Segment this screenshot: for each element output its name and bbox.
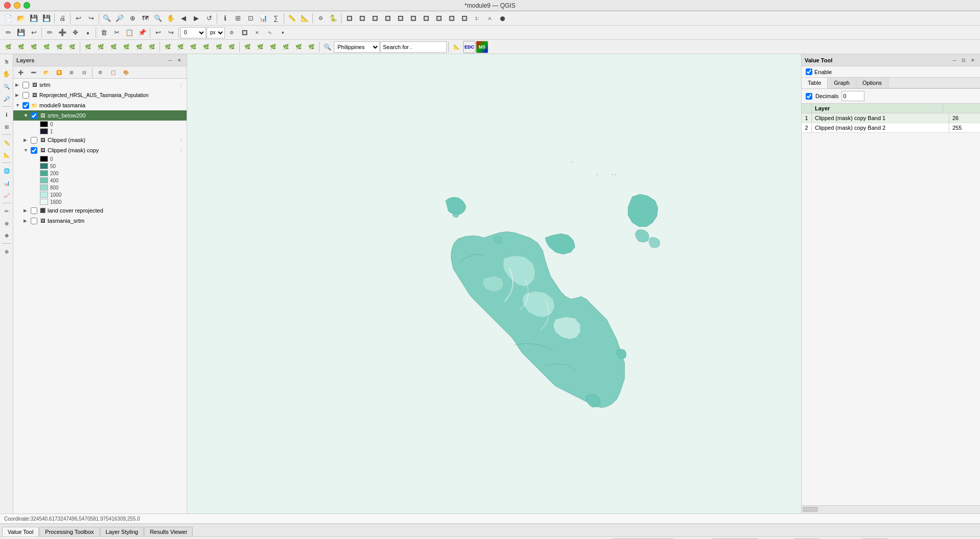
plugin-btn-9[interactable]: 🔲 [445,12,458,25]
plugin-row3-btn-19[interactable]: 🌿 [241,41,254,53]
edit-pencil-btn[interactable]: ✏ [2,27,14,39]
pan-map-btn[interactable]: ✋ [1,68,12,80]
expand-all-btn[interactable]: ⊞ [65,66,78,79]
collapse-all-btn[interactable]: ⊟ [78,66,90,79]
identify-button[interactable]: ℹ [219,12,231,25]
save-button[interactable]: 💾 [28,12,40,25]
deselect-button[interactable]: ⊡ [244,12,257,25]
plugin-row3-btn-23[interactable]: 🌿 [292,41,305,53]
measure-line-btn[interactable]: 📏 [1,137,12,148]
plugin-row3-btn-15[interactable]: 🌿 [187,41,199,53]
copy-feature-btn[interactable]: 📋 [123,27,135,39]
vt-close-btn[interactable]: ✕ [969,56,977,64]
zoom-out-button[interactable]: 🔎 [113,12,126,25]
zoom-in-button[interactable]: 🔍 [101,12,113,25]
move-lt-btn[interactable]: ✥ [1,230,12,241]
enable-checkbox[interactable] [806,68,812,75]
expand-reprojected[interactable]: ▶ [15,92,21,98]
plugin-row3-btn-2[interactable]: 🌿 [15,41,27,53]
digitize-btn[interactable]: ✏ [43,27,56,39]
paste-feature-btn[interactable]: 📌 [136,27,148,39]
plugin-btn-11[interactable]: 1: [471,12,483,25]
bottom-tab-value-tool[interactable]: Value Tool [2,527,39,536]
plugin-row3-btn-20[interactable]: 🌿 [254,41,266,53]
edit-rollback-btn[interactable]: ↩ [28,27,40,39]
pan-button[interactable]: ✋ [165,12,177,25]
plugin-row3-btn-6[interactable]: 🌿 [66,41,78,53]
close-button[interactable] [4,2,11,9]
delete-feature-btn[interactable]: 🗑 [98,27,110,39]
expand-tasmania-srtm[interactable]: ▶ [24,218,30,223]
snap-more-btn[interactable]: ▾ [277,27,289,39]
plugin-btn-8[interactable]: 🔲 [432,12,445,25]
layer-item-clipped-mask-copy[interactable]: ▼ 🖼 Clipped (mask) copy ⋮ [13,145,187,155]
plugin-btn-5[interactable]: 🔲 [394,12,406,25]
expand-module9[interactable]: ▼ [15,103,21,108]
layer-item-land-cover[interactable]: ▶ ⬛ land cover reprojected [13,205,187,216]
snap-size-input[interactable]: 0 [180,27,206,38]
node-tool-btn[interactable]: ⬧ [82,27,94,39]
crosshair-btn[interactable]: ⊕ [1,246,12,257]
checkbox-land-cover[interactable] [31,207,37,214]
vt-horizontal-scrollbar[interactable] [802,505,980,513]
vt-float-btn[interactable]: ⊡ [960,56,968,64]
redo-button[interactable]: ↪ [85,12,97,25]
locator-search-input[interactable] [380,41,447,53]
plugin-row3-btn-7[interactable]: 🌿 [82,41,94,53]
select-rect-btn[interactable]: ⊞ [1,121,12,132]
checkbox-reprojected[interactable] [22,92,29,99]
zoom-in-map-btn[interactable]: 🔍 [1,81,12,92]
python-button[interactable]: 🐍 [327,12,339,25]
plugin-btn-2[interactable]: 🔲 [356,12,368,25]
vt-scroll-thumb[interactable] [803,507,818,512]
plugin-row3-btn-4[interactable]: 🌿 [40,41,53,53]
cut-feature-btn[interactable]: ✂ [110,27,123,39]
plugin-row3-btn-24[interactable]: 🌿 [305,41,317,53]
layer-notes-btn[interactable]: 📋 [107,66,119,79]
plugin-row3-btn-8[interactable]: 🌿 [95,41,107,53]
tab-table[interactable]: Table [802,78,828,88]
expand-srtm-below200[interactable]: ▼ [24,113,30,118]
checkbox-srtm[interactable] [22,82,29,88]
layers-minimize-btn[interactable]: ─ [166,56,174,64]
statistics-button[interactable]: ∑ [270,12,282,25]
plugin-btn-3[interactable]: 🔲 [369,12,381,25]
checkbox-clipped-mask[interactable] [31,137,37,144]
expand-srtm[interactable]: ▶ [15,82,21,87]
plugin-row3-btn-21[interactable]: 🌿 [267,41,279,53]
snap-config-btn[interactable]: ⚙ [225,27,238,39]
select-tool-btn[interactable]: 🖱 [1,56,12,67]
layer-item-module9[interactable]: ▼ 📁 module9 tasmania [13,100,187,110]
expand-land-cover[interactable]: ▶ [24,208,30,213]
clipped-mask-options-btn[interactable]: ⋮ [177,136,185,144]
layer-item-reprojected[interactable]: ▶ 🖼 Reprojected_HRSL_AUS_Tasmania_Popula… [13,90,187,100]
chart-lt-btn[interactable]: 📊 [1,177,12,189]
plugin-btn-12[interactable]: A [484,12,496,25]
manage-layers-btn[interactable]: ⚙ [94,66,106,79]
zoom-next-button[interactable]: ▶ [190,12,202,25]
filter-layer-btn[interactable]: 🔽 [53,66,65,79]
layout-manager-btn[interactable]: 📐 [450,41,463,53]
ms-btn[interactable]: MS [476,41,488,53]
add-feature-btn[interactable]: ➕ [56,27,69,39]
print-button[interactable]: 🖨 [56,12,69,25]
plugin-btn-6[interactable]: 🔲 [407,12,419,25]
layer-style-btn[interactable]: 🎨 [120,66,132,79]
snap-enable-btn[interactable]: 🔲 [238,27,250,39]
move-feature-btn[interactable]: ✥ [69,27,81,39]
tab-options[interactable]: Options [856,78,888,88]
measure-area-button[interactable]: 📐 [299,12,311,25]
zoom-selection-button[interactable]: 🔍 [152,12,164,25]
zoom-prev-button[interactable]: ◀ [177,12,190,25]
map-canvas[interactable]: • • • • [187,54,801,513]
plugin-row3-btn-3[interactable]: 🌿 [28,41,40,53]
select-feature-button[interactable]: ⊞ [232,12,244,25]
layer-item-srtm-below200[interactable]: ▼ 🖼 srtm_below200 [13,110,187,121]
minimize-button[interactable] [14,2,20,9]
plugin-row3-btn-10[interactable]: 🌿 [120,41,132,53]
identify-features-btn[interactable]: ℹ [1,109,12,120]
checkbox-tasmania-srtm[interactable] [31,218,37,224]
bottom-tab-processing[interactable]: Processing Toolbox [39,527,99,536]
layer-item-clipped-mask[interactable]: ▶ 🖼 Clipped (mask) ⋮ [13,135,187,145]
open-layer-btn[interactable]: 📂 [40,66,52,79]
